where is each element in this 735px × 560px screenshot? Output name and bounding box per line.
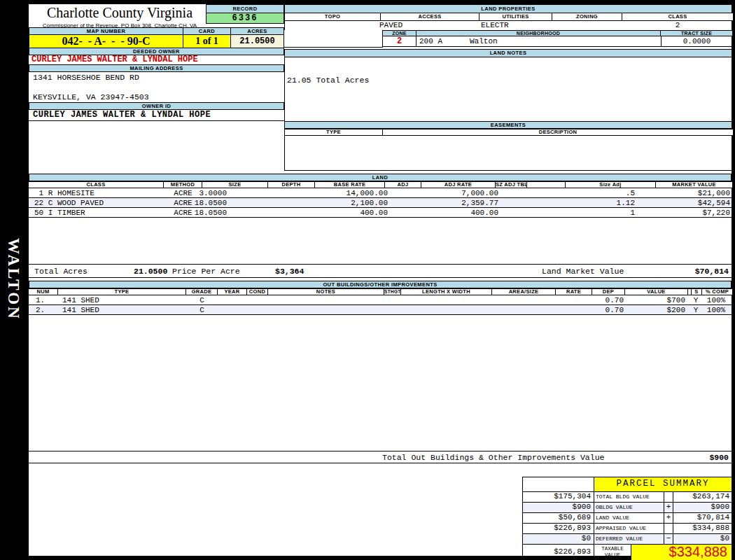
ob-s-flag: Y	[690, 296, 701, 305]
out-building-row: 2. 141 SHED C 0.70 $200 Y 100%	[29, 305, 732, 315]
ob-num: 2.	[36, 306, 45, 315]
land-section-title: LAND	[29, 174, 732, 181]
ps-op	[664, 524, 673, 533]
ps-taxable-value: $334,888	[631, 545, 732, 560]
out-buildings-title: OUT BUILDINGS/OTHER IMPROVEMENTS	[29, 281, 732, 288]
ob-num: 1.	[36, 296, 45, 305]
ps-label: APPRAISED VALUE	[594, 524, 664, 533]
out-building-row: 1. 141 SHED C 0.70 $700 Y 100%	[29, 295, 732, 305]
ob-col-pct-comp: % COMP	[702, 289, 732, 295]
ob-dep: 0.70	[561, 296, 624, 305]
neighborhood-sidebar-label: WALTON	[4, 238, 22, 321]
card-value: 1 of 1	[183, 34, 230, 48]
price-per-acre-label: Price Per Acre	[172, 267, 240, 276]
easements-title: EASEMENTS	[284, 121, 732, 129]
out-buildings-total-row: Total Out Buildings & Other Improvements…	[29, 451, 732, 463]
land-adj-rate: 7,000.00	[412, 189, 498, 198]
easement-type-header: TYPE	[285, 130, 383, 135]
utilities-value: ELECTR	[481, 21, 509, 30]
land-market-value: $42,594	[645, 199, 730, 208]
owner-id-value: CURLEY JAMES WALTER & LYNDAL HOPE	[29, 110, 284, 121]
record-value: 6336	[206, 13, 284, 24]
ps-taxable-row: $226,893 TAXABLE VALUE $334,888	[523, 545, 732, 560]
ob-col-cond: COND	[247, 289, 268, 295]
land-row: 22 C WOOD PAVED ACRE 18.0500 2,100.00 2,…	[29, 198, 732, 208]
land-size: 3.0000	[141, 189, 227, 198]
utilities-header: UTILITIES	[479, 13, 552, 20]
ps-label: LAND VALUE	[594, 513, 664, 523]
land-col-size-adj: Size Adj	[566, 182, 656, 188]
parcel-summary-title: PARCEL SUMMARY	[594, 477, 732, 491]
ps-label: TOTAL BLDG VALUE	[594, 492, 664, 502]
land-size: 18.0500	[141, 209, 227, 218]
land-col-size: SIZE	[202, 182, 268, 188]
ob-total-value: $900	[709, 453, 729, 462]
land-notes-text: 21.05 Total Acres	[287, 76, 369, 85]
neighborhood-header: NEIGHBORHOOD	[416, 30, 661, 36]
deeded-owner-value: CURLEY JAMES WALTER & LYNDAL HOPE	[29, 55, 284, 64]
land-adj-rate: 400.00	[412, 209, 498, 218]
ps-taxable-label: TAXABLE VALUE	[594, 545, 631, 560]
class-value: 2	[622, 21, 733, 30]
ps-row: $0 DEFERRED VALUE − $0	[523, 534, 732, 545]
ob-col-type: TYPE	[58, 289, 186, 295]
mailing-address-line1: 1341 HORSESHOE BEND RD	[29, 73, 284, 82]
land-col-base-rate: BASE RATE	[315, 182, 385, 188]
land-col-sz-adj-tbl: SZ ADJ TBL	[496, 182, 527, 188]
property-record-card: Charlotte County Virginia Commissioner o…	[28, 4, 732, 556]
property-record-screen: WALTON Charlotte County Virginia Commiss…	[0, 0, 735, 560]
access-value: PAVED	[379, 21, 402, 30]
class-header: CLASS	[622, 13, 733, 20]
land-base-rate: 400.00	[302, 209, 388, 218]
ob-type: 141 SHED	[62, 306, 99, 315]
ps-value: $900	[673, 503, 732, 512]
ps-op: +	[664, 513, 673, 523]
ob-col-area-size: AREA/SIZE	[492, 289, 556, 295]
ob-grade: C	[186, 296, 218, 305]
mailing-address-line2: KEYSVILLE, VA 23947-4503	[29, 92, 284, 102]
ps-prior-value: $175,304	[523, 492, 594, 502]
land-col-method: METHOD	[164, 182, 202, 188]
ob-col-value: VALUE	[625, 289, 688, 295]
access-header: ACCESS	[381, 13, 479, 20]
land-adj-rate: 2,359.77	[412, 199, 498, 208]
ps-op: +	[664, 503, 673, 512]
ps-value: $334,888	[673, 524, 732, 533]
land-totals-row: Total Acres 21.0500 Price Per Acre $3,36…	[29, 264, 732, 278]
ps-value: $0	[673, 534, 732, 544]
ob-col-grade: GRADE	[186, 289, 218, 295]
land-base-rate: 2,100.00	[302, 199, 388, 208]
land-class: 50 I TIMBER	[34, 209, 85, 218]
land-size: 18.0500	[141, 199, 227, 208]
ob-col-sthgt: STHGT	[384, 289, 401, 295]
ob-col-dep: DEP	[592, 289, 625, 295]
ob-col-rate: RATE	[556, 289, 592, 295]
ob-col-year: YEAR	[218, 289, 247, 295]
ob-pct-comp: 100%	[701, 296, 732, 305]
mailing-address-label: MAILING ADDRESS	[29, 64, 284, 72]
ob-dep: 0.70	[561, 306, 624, 315]
ps-row: $226,893 APPRAISED VALUE $334,888	[523, 524, 732, 534]
ps-label: DEFERRED VALUE	[594, 534, 664, 544]
county-title: Charlotte County Virginia	[29, 5, 211, 22]
land-market-value-total: $70,814	[695, 267, 729, 276]
ob-col-s: S	[692, 289, 702, 295]
neighborhood-name: Walton	[470, 37, 498, 46]
ob-total-label: Total Out Buildings & Other Improvements…	[382, 453, 604, 462]
land-market-value-label: Land Market Value	[542, 267, 624, 276]
ob-type: 141 SHED	[62, 296, 99, 305]
land-row: 50 I TIMBER ACRE 18.0500 400.00 400.00 1…	[29, 208, 732, 218]
land-row: 1 R HOMESITE ACRE 3.0000 14,000.00 7,000…	[29, 188, 732, 198]
ob-grade: C	[186, 306, 218, 315]
ob-value: $200	[624, 306, 685, 315]
ob-pct-comp: 100%	[701, 306, 732, 315]
easements-body	[284, 136, 732, 171]
land-col-adj-rate: ADJ RATE	[421, 182, 496, 188]
ob-value: $700	[624, 296, 685, 305]
land-col-depth: DEPTH	[268, 182, 315, 188]
ob-col-notes: NOTES	[268, 289, 384, 295]
land-size-adj: 1	[561, 209, 635, 218]
topo-header: TOPO	[285, 13, 381, 20]
ob-s-flag: Y	[690, 306, 701, 315]
ps-row: $50,689 LAND VALUE + $70,814	[523, 513, 732, 524]
